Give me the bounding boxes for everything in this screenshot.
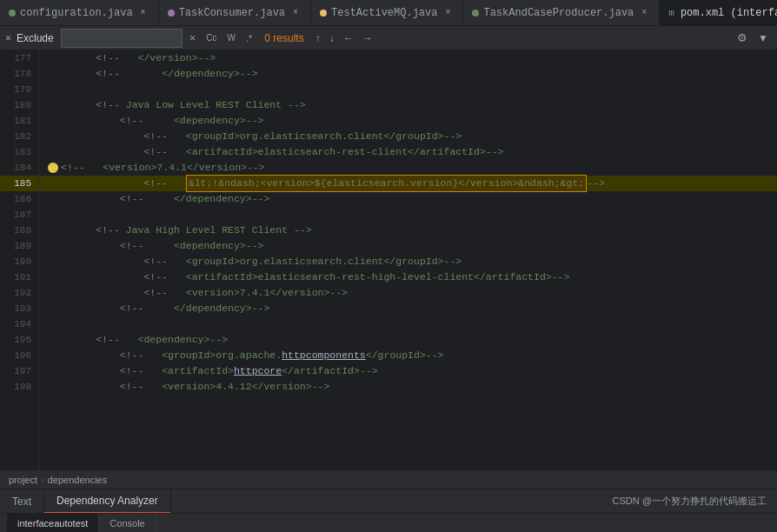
line-num-185: 185 [0,176,38,191]
tab-testactivemq[interactable]: TestActiveMQ.java × [311,0,463,26]
code-line-193: <!-- </dependency>--> [39,301,777,316]
search-right-button[interactable]: → [360,30,375,46]
search-word-button[interactable]: W [224,31,239,44]
code-line-188: <!-- Java High Level REST Client --> [39,223,777,238]
code-line-179 [39,82,777,97]
bottom-tab-dependency-label: Dependency Analyzer [56,495,158,507]
tab-label: TestActiveMQ.java [331,7,437,19]
code-line-177: <!-- </version>--> [39,50,777,66]
tab-close-icon[interactable]: × [638,7,650,19]
code-content: <!-- </version>--> <!-- </dependency>-->… [39,50,777,469]
search-results: 0 results [264,32,303,44]
bottom-tab-text[interactable]: Text [0,489,44,514]
line-num-187: 187 [0,207,38,223]
code-line-187 [39,207,777,223]
code-line-189: <!-- <dependency>--> [39,238,777,254]
line-num-198: 198 [0,379,38,395]
code-line-184: <!-- <version>7.4.1</version>--> [39,160,777,176]
code-line-186: <!-- </dependency>--> [39,191,777,207]
bottom-tab-dependency[interactable]: Dependency Analyzer [44,489,171,514]
line-num-197: 197 [0,363,38,379]
code-line-180: <!-- Java Low Level REST Client --> [39,97,777,113]
search-left-button[interactable]: ← [341,30,356,46]
search-down-button[interactable]: ↓ [327,30,337,46]
tab-configuration[interactable]: configuration.java × [0,0,159,26]
tab-taskandcase[interactable]: TaskAndCaseProducer.java × [463,0,660,26]
footer-tab-console-label: Console [110,518,144,529]
line-num-193: 193 [0,301,38,316]
tab-close-icon[interactable]: × [442,7,454,19]
bottom-right-text: CSDN @一个努力挣扎的代码搬运工 [613,495,777,508]
line-num-181: 181 [0,113,38,129]
breadcrumb-part2: dependencies [48,475,108,485]
breadcrumb-separator: › [41,475,44,485]
line-numbers: 177 178 179 180 181 182 183 184 185 186 … [0,50,39,469]
line-num-190: 190 [0,254,38,269]
line-num-180: 180 [0,97,38,113]
footer-tab-project[interactable]: interfaceautotest [7,514,99,533]
tab-icon: m [668,8,674,18]
search-regex-button[interactable]: .* [242,31,256,45]
search-bar: × Exclude × Cc W .* 0 results ↑ ↓ ← → ⚙ … [0,26,777,50]
tab-dot [168,10,175,17]
line-num-195: 195 [0,332,38,348]
code-line-181: <!-- <dependency>--> [39,113,777,129]
line-num-192: 192 [0,285,38,301]
bottom-tabs: Text Dependency Analyzer CSDN @一个努力挣扎的代码… [0,489,777,513]
tab-label: TaskAndCaseProducer.java [483,7,634,19]
search-prev-button[interactable]: Cc [203,31,220,44]
line-num-188: 188 [0,223,38,238]
line-num-177: 177 [0,50,38,66]
tab-taskconsumer[interactable]: TaskConsumer.java × [159,0,311,26]
editor-area: 177 178 179 180 181 182 183 184 185 186 … [0,50,777,469]
line-num-178: 178 [0,66,38,82]
line-num-183: 183 [0,144,38,160]
tab-dot [472,10,479,17]
line-num-189: 189 [0,238,38,254]
tab-dot [9,10,16,17]
breadcrumb-part1: project [9,475,37,485]
line-num-194: 194 [0,316,38,332]
footer: interfaceautotest Console [0,513,777,532]
footer-tab-project-label: interfaceautotest [17,518,88,529]
search-filter-button[interactable]: ▼ [754,30,772,46]
tab-label: pom.xml (interfaceautotest) [681,7,777,19]
code-line-194 [39,316,777,332]
tab-pomxml[interactable]: m pom.xml (interfaceautotest) × [660,0,777,26]
search-settings-button[interactable]: ⚙ [734,30,751,46]
search-up-button[interactable]: ↑ [313,30,323,46]
bottom-tab-text-label: Text [12,495,31,508]
tab-bar: configuration.java × TaskConsumer.java ×… [0,0,777,26]
line-num-182: 182 [0,129,38,144]
footer-tab-console[interactable]: Console [99,514,156,533]
code-line-190: <!-- <groupId>org.elasticsearch.client</… [39,254,777,269]
code-line-198: <!-- <version>4.4.12</version>--> [39,379,777,395]
tab-close-icon[interactable]: × [137,7,149,19]
search-input[interactable] [61,29,183,48]
code-line-185: <!-- &lt;!&ndash;<version>${elasticsearc… [39,176,777,191]
search-clear-button[interactable]: × [186,30,200,46]
code-line-197: <!-- <artifactId>httpcore</artifactId>--… [39,363,777,379]
bulb-icon [48,163,58,173]
search-label: Exclude [17,32,54,44]
search-close-icon[interactable]: × [5,32,11,44]
code-line-191: <!-- <artifactId>elasticsearch-rest-high… [39,269,777,285]
line-num-184: 184 [0,160,38,176]
tab-close-icon[interactable]: × [289,7,302,19]
line-num-196: 196 [0,348,38,363]
code-line-196: <!-- <groupId>org.apache.httpcomponents<… [39,348,777,363]
breadcrumb: project › dependencies [0,469,777,489]
line-num-179: 179 [0,82,38,97]
tab-label: TaskConsumer.java [179,7,285,19]
line-num-191: 191 [0,269,38,285]
code-line-182: <!-- <groupId>org.elasticsearch.client</… [39,129,777,144]
tab-dot [320,10,327,17]
code-line-178: <!-- </dependency>--> [39,66,777,82]
code-line-192: <!-- <version>7.4.1</version>--> [39,285,777,301]
code-line-195: <!-- <dependency>--> [39,332,777,348]
tab-label: configuration.java [20,7,133,19]
line-num-186: 186 [0,191,38,207]
code-line-183: <!-- <artifactId>elasticsearch-rest-clie… [39,144,777,160]
